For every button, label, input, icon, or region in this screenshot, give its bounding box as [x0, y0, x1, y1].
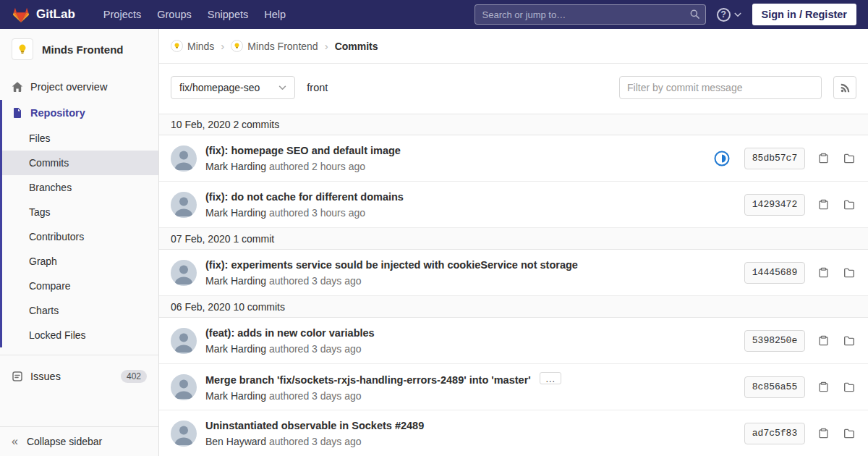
sidebar-subitem-graph[interactable]: Graph [2, 249, 158, 274]
folder-icon [843, 428, 855, 439]
sidebar-subitem-locked-files[interactable]: Locked Files [2, 323, 158, 347]
commit-row: (fix): experiments service sould be inje… [159, 250, 868, 296]
commit-title-link[interactable]: Uninstantiated observable in Sockets #24… [205, 420, 424, 431]
nav-groups[interactable]: Groups [149, 0, 200, 29]
nav-projects[interactable]: Projects [95, 0, 149, 29]
commit-authored-text: authored 3 days ago [269, 436, 362, 447]
avatar[interactable] [171, 260, 197, 286]
commit-authored-text: authored 3 hours ago [269, 207, 365, 219]
commit-author-link[interactable]: Ben Hayward [205, 436, 266, 447]
clipboard-icon [818, 153, 829, 164]
sidebar-item-repository[interactable]: Repository [2, 100, 158, 126]
branch-dropdown[interactable]: fix/homepage-seo [171, 76, 295, 99]
commit-title-link[interactable]: Merge branch 'fix/sockets-rxjs-handling-… [205, 374, 531, 386]
breadcrumb-link-minds-frontend[interactable]: Minds Frontend [247, 41, 318, 52]
commit-sha[interactable]: ad7c5f83 [744, 423, 805, 444]
date-header: 07 Feb, 2020 1 commit [159, 228, 868, 250]
clipboard-icon [818, 199, 829, 210]
commit-sha[interactable]: 85db57c7 [744, 148, 805, 169]
question-icon: ? [717, 8, 731, 22]
ci-status-icon[interactable] [714, 151, 730, 166]
copy-sha-button[interactable] [817, 151, 830, 165]
sidebar-item-project-overview[interactable]: Project overview [0, 74, 158, 100]
avatar[interactable] [171, 421, 197, 447]
sidebar-subitem-compare[interactable]: Compare [2, 274, 158, 298]
commit-info: Merge branch 'fix/sockets-rxjs-handling-… [205, 372, 744, 402]
collapse-sidebar-button[interactable]: « Collapse sidebar [0, 426, 158, 456]
copy-sha-button[interactable] [817, 266, 830, 279]
search-icon[interactable] [689, 9, 700, 20]
breadcrumb-separator: › [325, 40, 328, 52]
help-menu-button[interactable]: ? [717, 8, 741, 22]
commit-info: (fix): experiments service sould be inje… [205, 258, 744, 287]
commit-meta: Ben Hayward authored 3 days ago [205, 436, 744, 447]
copy-sha-button[interactable] [817, 426, 830, 440]
sidebar-subitem-branches[interactable]: Branches [2, 175, 158, 200]
sidebar-subitem-contributors[interactable]: Contributors [2, 224, 158, 249]
commit-filter-input[interactable] [619, 76, 822, 99]
copy-sha-button[interactable] [817, 198, 830, 211]
branch-dropdown-value: fix/homepage-seo [179, 82, 260, 93]
avatar[interactable] [171, 145, 197, 172]
browse-files-button[interactable] [842, 198, 856, 212]
sidebar-subitem-commits[interactable]: Commits [2, 151, 158, 175]
commit-author-link[interactable]: Mark Harding [205, 390, 266, 402]
commit-row: (fix): do not cache for different domain… [159, 182, 868, 228]
commit-group: 07 Feb, 2020 1 commit (fix): experiments… [159, 228, 868, 296]
repository-icon [12, 107, 23, 119]
sidebar-subitem-charts[interactable]: Charts [2, 298, 158, 323]
sidebar-section-repository: Repository Files Commits Branches Tags C… [0, 100, 158, 347]
commit-authored-text: authored 3 days ago [269, 343, 362, 355]
person-silhouette-icon [171, 192, 197, 218]
commit-title-link[interactable]: (feat): adds in new color variables [205, 327, 375, 339]
sidebar-subitem-tags[interactable]: Tags [2, 200, 158, 224]
copy-sha-button[interactable] [817, 380, 830, 394]
person-silhouette-icon [171, 374, 197, 400]
folder-icon [843, 199, 855, 211]
commit-title-link[interactable]: (fix): experiments service sould be inje… [205, 259, 578, 271]
nav-snippets[interactable]: Snippets [200, 0, 256, 29]
avatar[interactable] [171, 328, 197, 354]
browse-files-button[interactable] [842, 380, 856, 394]
commit-author-link[interactable]: Mark Harding [205, 161, 266, 172]
commit-sha[interactable]: 14445689 [744, 262, 805, 284]
sidebar-subitem-files[interactable]: Files [2, 126, 158, 151]
nav-help[interactable]: Help [256, 0, 294, 29]
commit-row: (fix): homepage SEO and default image Ma… [159, 135, 868, 182]
search-input[interactable] [475, 4, 706, 25]
gitlab-logo[interactable]: GitLab [12, 6, 75, 24]
path-label: front [307, 82, 328, 93]
lightbulb-icon [173, 42, 181, 50]
commit-author-link[interactable]: Mark Harding [205, 275, 266, 287]
browse-files-button[interactable] [842, 151, 856, 166]
commit-author-link[interactable]: Mark Harding [205, 207, 266, 219]
group-commits: (feat): adds in new color variables Mark… [159, 318, 868, 456]
issues-count-badge: 402 [121, 370, 147, 383]
commit-author-link[interactable]: Mark Harding [205, 343, 266, 355]
browse-files-button[interactable] [842, 426, 856, 441]
commit-info: (fix): do not cache for different domain… [205, 190, 744, 219]
sidebar-item-issues[interactable]: Issues 402 [0, 363, 158, 390]
sidebar-item-label: Project overview [30, 81, 107, 93]
commit-row: Merge branch 'fix/sockets-rxjs-handling-… [159, 364, 868, 410]
browse-files-button[interactable] [842, 334, 856, 348]
avatar[interactable] [171, 192, 197, 218]
copy-sha-button[interactable] [817, 334, 830, 347]
commit-title-link[interactable]: (fix): homepage SEO and default image [205, 145, 401, 156]
commit-title-link[interactable]: (fix): do not cache for different domain… [205, 191, 404, 203]
breadcrumb-link-minds[interactable]: Minds [187, 41, 214, 52]
commit-sha[interactable]: 8c856a55 [744, 376, 805, 398]
commit-authored-text: authored 3 days ago [269, 275, 362, 287]
expand-commit-button[interactable]: … [540, 372, 561, 384]
sign-in-button[interactable]: Sign in / Register [752, 4, 856, 25]
commit-meta: Mark Harding authored 3 days ago [205, 390, 744, 402]
commit-meta: Mark Harding authored 3 hours ago [205, 207, 744, 219]
breadcrumb-current-commits: Commits [335, 41, 378, 52]
rss-feed-button[interactable] [833, 76, 856, 99]
commit-sha[interactable]: 14293472 [744, 194, 805, 216]
avatar[interactable] [171, 374, 197, 400]
project-context-header[interactable]: Minds Frontend [0, 29, 158, 69]
clipboard-icon [818, 381, 829, 392]
browse-files-button[interactable] [842, 266, 856, 280]
commit-sha[interactable]: 5398250e [744, 330, 805, 352]
